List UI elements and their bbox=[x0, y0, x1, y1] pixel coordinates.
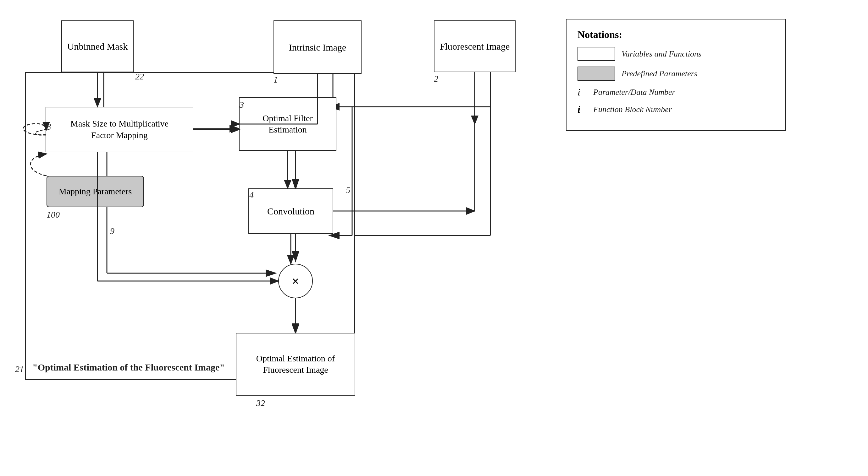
optimal-filter-number: 3 bbox=[240, 100, 244, 110]
intrinsic-image-box: Intrinsic Image bbox=[274, 21, 362, 74]
notation-row-predefined: Predefined Parameters bbox=[578, 67, 774, 81]
main-box-title: "Optimal Estimation of the Fluorescent I… bbox=[32, 362, 225, 373]
output-number: 32 bbox=[256, 398, 265, 408]
convolution-box: Convolution bbox=[248, 189, 333, 234]
notation-predefined-text: Predefined Parameters bbox=[622, 69, 697, 78]
output-box: Optimal Estimation ofFluorescent Image bbox=[236, 333, 355, 396]
fluorescent-image-number: 2 bbox=[434, 74, 438, 84]
multiply-node: × bbox=[278, 264, 313, 298]
notation-block-number-text: Function Block Number bbox=[593, 105, 672, 114]
mask-size-mapping-box: Mask Size to MultiplicativeFactor Mappin… bbox=[45, 107, 193, 152]
notation-row-block-number: i Function Block Number bbox=[578, 104, 774, 115]
mapping-parameters-box: Mapping Parameters bbox=[46, 176, 144, 207]
connection-5-label: 5 bbox=[346, 185, 350, 195]
intrinsic-image-number: 1 bbox=[274, 75, 278, 85]
notation-gray-box-sample bbox=[578, 67, 615, 81]
mask-mapping-number: 8 bbox=[46, 122, 51, 132]
notation-row-param-number: i Parameter/Data Number bbox=[578, 86, 774, 98]
fluorescent-image-box: Fluorescent Image bbox=[434, 21, 516, 72]
main-box-number: 21 bbox=[15, 364, 24, 374]
unbinned-mask-box: Unbinned Mask bbox=[61, 21, 134, 72]
notation-param-number-text: Parameter/Data Number bbox=[593, 88, 675, 97]
notation-plain-box-sample bbox=[578, 47, 615, 61]
connection-9-label: 9 bbox=[110, 226, 115, 236]
mapping-parameters-number: 100 bbox=[46, 210, 60, 220]
notation-italic-i-symbol: i bbox=[578, 86, 587, 98]
notation-legend: Notations: Variables and Functions Prede… bbox=[566, 19, 786, 131]
notation-row-variables: Variables and Functions bbox=[578, 47, 774, 61]
convolution-number: 4 bbox=[249, 190, 254, 200]
unbinned-mask-number: 22 bbox=[135, 72, 144, 82]
notation-variables-text: Variables and Functions bbox=[622, 49, 702, 59]
optimal-filter-box: Optimal FilterEstimation bbox=[239, 97, 336, 151]
notation-bold-i-symbol: i bbox=[578, 104, 587, 115]
diagram-container: "Optimal Estimation of the Fluorescent I… bbox=[0, 0, 868, 476]
notation-title: Notations: bbox=[578, 29, 774, 40]
